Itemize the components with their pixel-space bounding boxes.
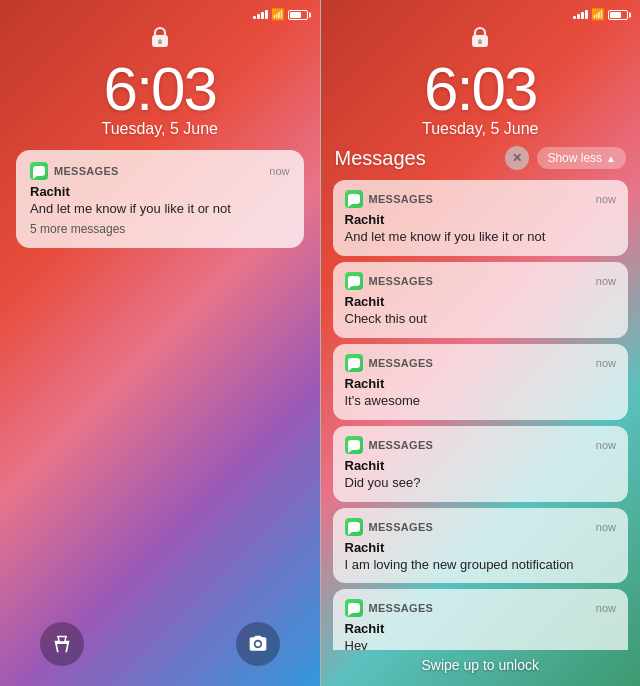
app-name-2: MESSAGES <box>369 275 434 287</box>
notification-item-2[interactable]: MESSAGES now Rachit Check this out <box>333 262 629 338</box>
notif-app-3: MESSAGES <box>345 354 434 372</box>
wifi-icon-right: 📶 <box>591 8 605 21</box>
notif-time-6: now <box>596 602 616 614</box>
notif-header-5: MESSAGES now <box>345 518 617 536</box>
battery-icon <box>288 10 308 20</box>
notif-sender-1: Rachit <box>345 212 617 227</box>
notif-time-3: now <box>596 357 616 369</box>
notifications-area-left: MESSAGES now Rachit And let me know if y… <box>0 138 320 622</box>
header-actions: ✕ Show less ▲ <box>505 146 626 170</box>
messages-icon-3 <box>345 354 363 372</box>
messages-icon-6 <box>345 599 363 617</box>
more-messages: 5 more messages <box>30 222 290 236</box>
messages-icon-4 <box>345 436 363 454</box>
messages-icon-5 <box>345 518 363 536</box>
messages-app-icon <box>30 162 48 180</box>
app-name-label: MESSAGES <box>54 165 119 177</box>
notification-header: MESSAGES now <box>30 162 290 180</box>
lock-icon <box>151 27 169 49</box>
notification-item-4[interactable]: MESSAGES now Rachit Did you see? <box>333 426 629 502</box>
notif-sender-5: Rachit <box>345 540 617 555</box>
notification-item-5[interactable]: MESSAGES now Rachit I am loving the new … <box>333 508 629 584</box>
close-button[interactable]: ✕ <box>505 146 529 170</box>
swipe-label: Swipe up to unlock <box>421 657 539 673</box>
time-display-right: 6:03 <box>424 53 537 124</box>
left-screen: 📶 6:03 Tuesday, 5 June MESSAGES now R <box>0 0 320 686</box>
notif-header-1: MESSAGES now <box>345 190 617 208</box>
notification-body: And let me know if you like it or not <box>30 201 290 218</box>
notif-body-3: It's awesome <box>345 393 617 410</box>
flashlight-button[interactable] <box>40 622 84 666</box>
notification-sender: Rachit <box>30 184 290 199</box>
notif-time-4: now <box>596 439 616 451</box>
notif-header-6: MESSAGES now <box>345 599 617 617</box>
notif-sender-4: Rachit <box>345 458 617 473</box>
time-display-left: 6:03 <box>103 53 216 124</box>
messages-icon-2 <box>345 272 363 290</box>
notif-header-4: MESSAGES now <box>345 436 617 454</box>
signal-icon <box>253 10 268 19</box>
notif-sender-2: Rachit <box>345 294 617 309</box>
notif-app-5: MESSAGES <box>345 518 434 536</box>
status-bar-right: 📶 <box>321 0 641 21</box>
chevron-up-icon: ▲ <box>606 153 616 164</box>
notif-body-2: Check this out <box>345 311 617 328</box>
camera-button[interactable] <box>236 622 280 666</box>
date-display-right: Tuesday, 5 June <box>422 120 539 138</box>
notification-item-6[interactable]: MESSAGES now Rachit Hey <box>333 589 629 650</box>
lock-icon-right <box>471 27 489 49</box>
app-name-1: MESSAGES <box>369 193 434 205</box>
notification-item-1[interactable]: MESSAGES now Rachit And let me know if y… <box>333 180 629 256</box>
status-icons-left: 📶 <box>253 8 308 21</box>
expanded-notifications: Messages ✕ Show less ▲ MESSAGES now <box>321 138 641 650</box>
right-screen: 📶 6:03 Tuesday, 5 June Messages ✕ Show l… <box>321 0 641 686</box>
notif-app-2: MESSAGES <box>345 272 434 290</box>
app-info: MESSAGES <box>30 162 119 180</box>
app-name-4: MESSAGES <box>369 439 434 451</box>
wifi-icon: 📶 <box>271 8 285 21</box>
notif-app-6: MESSAGES <box>345 599 434 617</box>
notif-sender-3: Rachit <box>345 376 617 391</box>
expanded-title: Messages <box>335 147 426 170</box>
notif-app-4: MESSAGES <box>345 436 434 454</box>
status-bar-left: 📶 <box>0 0 320 21</box>
notif-body-5: I am loving the new grouped notification <box>345 557 617 574</box>
notif-time-1: now <box>596 193 616 205</box>
notif-app-1: MESSAGES <box>345 190 434 208</box>
signal-icon-right <box>573 10 588 19</box>
notif-body-6: Hey <box>345 638 617 650</box>
notif-sender-6: Rachit <box>345 621 617 636</box>
notification-time: now <box>269 165 289 177</box>
status-icons-right: 📶 <box>573 8 628 21</box>
bottom-controls-left <box>0 622 320 686</box>
notif-body-1: And let me know if you like it or not <box>345 229 617 246</box>
notification-card-left[interactable]: MESSAGES now Rachit And let me know if y… <box>16 150 304 248</box>
expanded-header: Messages ✕ Show less ▲ <box>333 146 629 170</box>
swipe-bar: Swipe up to unlock <box>321 650 641 686</box>
notif-body-4: Did you see? <box>345 475 617 492</box>
notification-item-3[interactable]: MESSAGES now Rachit It's awesome <box>333 344 629 420</box>
battery-icon-right <box>608 10 628 20</box>
messages-icon-1 <box>345 190 363 208</box>
notif-time-2: now <box>596 275 616 287</box>
show-less-label: Show less <box>547 151 602 165</box>
app-name-3: MESSAGES <box>369 357 434 369</box>
date-display-left: Tuesday, 5 June <box>101 120 218 138</box>
notif-header-3: MESSAGES now <box>345 354 617 372</box>
app-name-6: MESSAGES <box>369 602 434 614</box>
show-less-button[interactable]: Show less ▲ <box>537 147 626 169</box>
app-name-5: MESSAGES <box>369 521 434 533</box>
notif-time-5: now <box>596 521 616 533</box>
notif-header-2: MESSAGES now <box>345 272 617 290</box>
